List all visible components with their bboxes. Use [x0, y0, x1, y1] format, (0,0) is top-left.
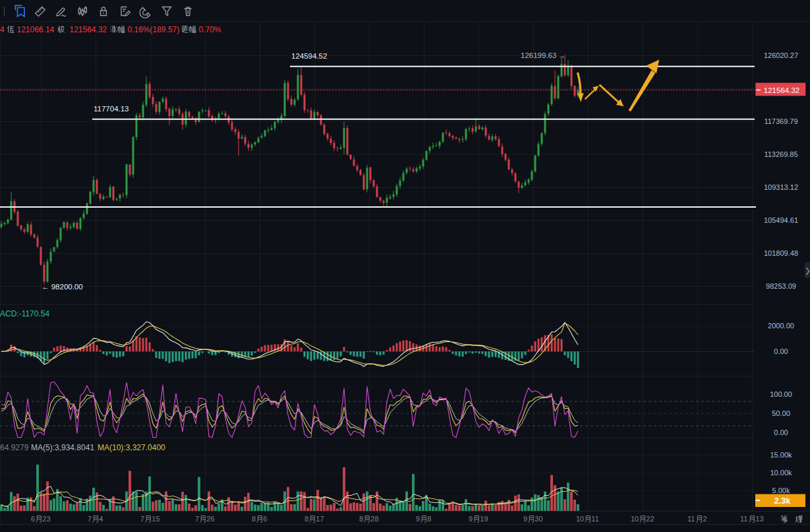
svg-text:9: 9 — [523, 515, 527, 523]
svg-text:9: 9 — [416, 515, 420, 523]
svg-text:8: 8 — [359, 515, 363, 523]
svg-text:105494.61: 105494.61 — [764, 216, 798, 224]
svg-text:7: 7 — [88, 515, 92, 523]
svg-text:117369.79: 117369.79 — [764, 117, 797, 125]
svg-text:121066.14: 121066.14 — [17, 25, 55, 34]
svg-text:10: 10 — [576, 515, 584, 523]
svg-text:19: 19 — [480, 515, 488, 523]
svg-text:8: 8 — [252, 515, 256, 523]
svg-text:2: 2 — [703, 515, 707, 523]
svg-text:121564.32: 121564.32 — [764, 86, 799, 94]
svg-text:→: → — [558, 51, 565, 59]
svg-text:4: 4 — [0, 25, 5, 34]
svg-text:64.9279: 64.9279 — [0, 443, 29, 452]
svg-text:MA(5):3,934.8041: MA(5):3,934.8041 — [31, 443, 94, 452]
svg-text:MA(10):3,327.0400: MA(10):3,327.0400 — [98, 443, 165, 452]
svg-text:2.3k: 2.3k — [774, 496, 790, 506]
svg-text:7: 7 — [195, 515, 199, 523]
svg-text:6: 6 — [31, 515, 35, 523]
svg-text:126020.27: 126020.27 — [764, 51, 798, 59]
svg-text:← 98200.00: ← 98200.00 — [42, 283, 83, 291]
svg-text:0.70%: 0.70% — [199, 25, 221, 34]
svg-text:126199.63: 126199.63 — [521, 51, 556, 59]
svg-text:30: 30 — [535, 515, 542, 523]
svg-text:10.00k: 10.00k — [770, 469, 792, 477]
svg-text:100.00: 100.00 — [770, 390, 792, 398]
svg-text:50.00: 50.00 — [772, 409, 790, 417]
svg-text:6: 6 — [263, 515, 267, 523]
svg-text:101809.48: 101809.48 — [764, 249, 798, 257]
svg-text:10: 10 — [631, 515, 639, 523]
svg-text:23: 23 — [42, 515, 50, 523]
svg-text:15.00k: 15.00k — [770, 451, 792, 459]
svg-text:22: 22 — [646, 515, 654, 523]
svg-text:0.16%(189.57): 0.16%(189.57) — [128, 25, 180, 34]
svg-text:117704.13: 117704.13 — [94, 105, 129, 113]
svg-text:11: 11 — [687, 515, 695, 523]
svg-text:15: 15 — [152, 515, 159, 523]
svg-text:ACD:-1170.54: ACD:-1170.54 — [0, 309, 49, 318]
svg-text:17: 17 — [316, 515, 324, 523]
svg-text:4: 4 — [99, 515, 103, 523]
svg-text:0.00: 0.00 — [774, 347, 788, 355]
svg-text:26: 26 — [206, 515, 214, 523]
svg-text:124594.52: 124594.52 — [291, 52, 327, 60]
svg-text:11: 11 — [740, 515, 747, 523]
svg-text:5.00k: 5.00k — [772, 487, 790, 494]
svg-text:109313.12: 109313.12 — [764, 183, 798, 191]
svg-text:113269.85: 113269.85 — [764, 150, 797, 158]
svg-text:13: 13 — [755, 515, 763, 523]
svg-text:9: 9 — [469, 515, 473, 523]
svg-text:8: 8 — [427, 515, 431, 523]
svg-text:121564.32: 121564.32 — [70, 25, 107, 34]
svg-text:98253.09: 98253.09 — [766, 282, 796, 290]
svg-text:28: 28 — [370, 515, 378, 523]
svg-text:11: 11 — [591, 515, 598, 523]
svg-text:8: 8 — [304, 515, 308, 523]
svg-text:0.00: 0.00 — [774, 429, 788, 436]
svg-text:7: 7 — [140, 515, 144, 523]
svg-text:2000.00: 2000.00 — [768, 322, 794, 330]
